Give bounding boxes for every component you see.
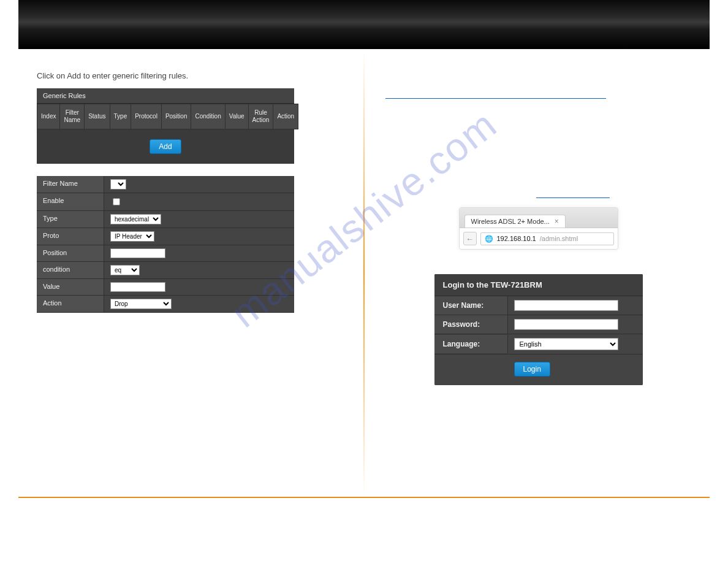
col-condition: Condition — [191, 104, 225, 129]
left-column: Click on Add to enter generic filtering … — [18, 49, 361, 497]
browser-screenshot: Wireless ADSL 2+ Mode... × ← 🌐 192.168.1… — [459, 207, 618, 250]
login-pass-label: Password: — [434, 315, 508, 334]
col-status: Status — [85, 104, 110, 129]
login-button[interactable]: Login — [514, 362, 550, 377]
browser-address-bar: ← 🌐 192.168.10.1/admin.shtml — [460, 228, 618, 249]
col-rule-action: Rule Action — [248, 104, 273, 129]
col-position: Position — [161, 104, 191, 129]
label-proto: Proto — [37, 228, 104, 245]
generic-rules-table: Index Filter Name Status Type Protocol P… — [37, 104, 298, 129]
username-input[interactable] — [514, 300, 618, 311]
generic-rules-panel: Generic Rules Index Filter Name Status T… — [37, 88, 294, 164]
table-header-row: Index Filter Name Status Type Protocol P… — [37, 104, 298, 129]
url-path: /admin.shtml — [540, 235, 578, 242]
label-enable: Enable — [37, 193, 104, 210]
url-host: 192.168.10.1 — [497, 235, 536, 242]
access-subheading: Access your modem router management page — [385, 85, 606, 99]
filter-name-select[interactable] — [110, 179, 126, 190]
right-column: Advanced configuration Access your modem… — [367, 49, 710, 497]
add-button[interactable]: Add — [150, 139, 181, 154]
col-action: Action — [273, 104, 298, 129]
label-filter-name: Filter Name — [37, 176, 104, 193]
position-input[interactable] — [110, 248, 165, 258]
action-select[interactable]: Drop — [110, 299, 172, 309]
label-condition: condition — [37, 262, 104, 278]
close-icon[interactable]: × — [555, 218, 559, 225]
col-value: Value — [225, 104, 248, 129]
globe-icon: 🌐 — [485, 235, 493, 243]
generic-rule-form: Filter Name Enable Type hexadecimal Prot… — [37, 176, 294, 313]
col-filter-name: Filter Name — [60, 104, 85, 129]
enable-checkbox[interactable] — [113, 198, 120, 205]
col-protocol: Protocol — [131, 104, 162, 129]
password-input[interactable] — [514, 319, 618, 330]
label-value: Value — [37, 279, 104, 295]
type-select[interactable]: hexadecimal — [110, 214, 161, 224]
label-action: Action — [37, 296, 104, 312]
back-button[interactable]: ← — [463, 232, 477, 245]
language-select[interactable]: English — [514, 338, 618, 350]
login-user-label: User Name: — [434, 296, 508, 315]
proto-select[interactable]: IP Header — [110, 231, 154, 242]
login-lang-label: Language: — [434, 335, 508, 353]
col-type: Type — [110, 104, 131, 129]
page-footer: © Copyright 2015 TRENDnet. All Rights Re… — [18, 497, 710, 523]
arrow-left-icon: ← — [466, 234, 474, 243]
login-panel: Login to the TEW-721BRM User Name: Passw… — [434, 274, 643, 385]
login-title: Login to the TEW-721BRM — [434, 274, 643, 296]
col-index: Index — [37, 104, 60, 129]
step-1: 1. Open your web browser (e.g. Internet … — [385, 159, 691, 183]
doc-header: TRENDnet User's Guide TEW-722BRM — [18, 0, 710, 49]
browser-tab[interactable]: Wireless ADSL 2+ Mode... × — [464, 215, 566, 228]
condition-select[interactable]: eq — [110, 265, 140, 275]
generic-rules-title: Generic Rules — [37, 88, 294, 104]
tab-title: Wireless ADSL 2+ Mode... — [471, 218, 550, 225]
left-intro: Click on Add to enter generic filtering … — [37, 70, 343, 82]
label-type: Type — [37, 211, 104, 228]
browser-tab-bar: Wireless ADSL 2+ Mode... × — [460, 208, 618, 228]
label-position: Position — [37, 245, 104, 261]
url-input[interactable]: 🌐 192.168.10.1/admin.shtml — [480, 232, 614, 245]
value-input[interactable] — [110, 282, 165, 292]
column-divider — [363, 49, 365, 497]
